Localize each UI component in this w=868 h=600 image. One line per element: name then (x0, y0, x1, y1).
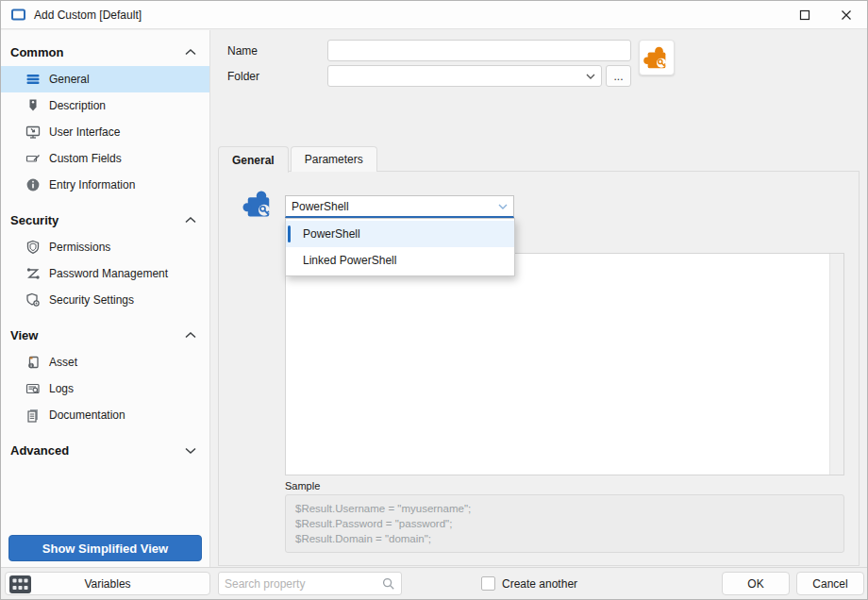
name-label: Name (227, 44, 258, 58)
sample-line: $Result.Password = "password"; (295, 516, 834, 531)
variables-label: Variables (84, 577, 130, 591)
cancel-button[interactable]: Cancel (796, 572, 864, 595)
sidebar-item-label: Permissions (49, 241, 110, 254)
section-header-view[interactable]: View (1, 321, 209, 349)
dropdown-option-powershell[interactable]: PowerShell (286, 221, 514, 247)
window-title: Add Custom [Default] (34, 8, 142, 22)
show-simplified-view-button[interactable]: Show Simplified View (8, 535, 202, 561)
type-combobox[interactable]: PowerShell (285, 195, 514, 218)
chevron-up-icon (185, 332, 196, 339)
close-icon (841, 9, 852, 21)
sidebar-item-label: Entry Information (49, 178, 135, 192)
maximize-icon (799, 9, 810, 21)
create-another-label: Create another (502, 568, 577, 600)
sidebar-section-advanced: Advanced (1, 436, 209, 464)
section-header-security[interactable]: Security (1, 206, 209, 234)
sidebar-item-logs[interactable]: Logs (1, 375, 209, 402)
variables-button[interactable]: Variables (5, 572, 210, 595)
chevron-down-icon (586, 74, 595, 79)
script-editor-container (285, 253, 844, 475)
chevron-up-icon (185, 217, 196, 224)
search-icon (382, 577, 395, 591)
close-button[interactable] (826, 1, 867, 28)
sample-label: Sample (285, 480, 320, 492)
section-label: Advanced (10, 443, 69, 458)
variables-grid-icon (9, 575, 31, 593)
create-another-checkbox[interactable] (481, 576, 495, 591)
shield-gear-icon (25, 292, 41, 308)
logs-icon (25, 381, 41, 396)
footer-bar: Variables Create another OK Cancel (1, 567, 867, 599)
search-property-box (218, 572, 402, 595)
sidebar-item-label: Logs (49, 382, 74, 395)
dropdown-option-linked-powershell[interactable]: Linked PowerShell (286, 247, 514, 274)
sidebar-item-documentation[interactable]: Documentation (1, 402, 209, 428)
sidebar: Common General Description (1, 30, 210, 569)
tab-label: General (232, 154, 275, 167)
option-label: PowerShell (303, 227, 360, 241)
sample-code-box: $Result.Username = "myusername"; $Result… (285, 494, 844, 553)
show-simplified-view-label: Show Simplified View (42, 542, 168, 556)
search-property-input[interactable] (225, 577, 382, 591)
sidebar-item-entry-information[interactable]: Entry Information (1, 172, 209, 198)
sidebar-item-password-management[interactable]: Password Management (1, 260, 209, 287)
info-icon (25, 177, 41, 192)
sidebar-item-general[interactable]: General (1, 66, 209, 92)
folder-browse-button[interactable]: ... (606, 65, 631, 87)
tag-icon (25, 98, 41, 113)
tab-general[interactable]: General (218, 146, 289, 173)
puzzle-key-icon-orange (643, 43, 671, 72)
section-label: View (10, 328, 38, 342)
sidebar-item-permissions[interactable]: Permissions (1, 234, 209, 260)
sample-line: $Result.Domain = "domain"; (295, 531, 834, 546)
chevron-up-icon (185, 49, 196, 56)
script-editor[interactable] (286, 254, 830, 475)
entry-type-tile[interactable] (639, 40, 675, 75)
sidebar-item-description[interactable]: Description (1, 92, 209, 119)
sample-line: $Result.Username = "myusername"; (295, 501, 834, 516)
chevron-down-icon (185, 447, 196, 454)
name-input[interactable] (327, 40, 631, 61)
sidebar-item-label: Asset (49, 356, 77, 369)
type-dropdown-list: PowerShell Linked PowerShell (285, 218, 515, 276)
tab-parameters[interactable]: Parameters (291, 146, 377, 172)
titlebar: Add Custom [Default] (1, 1, 867, 29)
password-path-icon (25, 266, 41, 281)
option-label: Linked PowerShell (303, 254, 396, 267)
type-combobox-value: PowerShell (292, 200, 349, 213)
sidebar-item-label: General (49, 73, 90, 86)
chevron-down-icon (498, 204, 508, 209)
sidebar-item-label: Password Management (49, 267, 168, 280)
maximize-button[interactable] (784, 1, 826, 28)
documents-icon (25, 408, 41, 423)
sidebar-item-label: User Interface (49, 125, 120, 139)
section-label: Security (10, 213, 58, 227)
folder-label: Folder (227, 70, 259, 83)
asset-icon (25, 355, 41, 370)
folder-combobox[interactable] (327, 65, 602, 87)
sidebar-item-label: Description (49, 99, 106, 112)
sidebar-item-asset[interactable]: Asset (1, 349, 209, 375)
sidebar-item-label: Security Settings (49, 293, 134, 307)
monitor-cursor-icon (25, 125, 41, 140)
tabbar: General Parameters (218, 146, 379, 172)
section-header-advanced[interactable]: Advanced (1, 436, 209, 464)
cancel-label: Cancel (812, 577, 847, 591)
sidebar-item-security-settings[interactable]: Security Settings (1, 287, 209, 313)
sidebar-item-label: Custom Fields (49, 152, 122, 165)
section-header-common[interactable]: Common (1, 38, 209, 66)
add-custom-dialog: Add Custom [Default] Common (0, 0, 868, 600)
sidebar-item-label: Documentation (49, 408, 125, 422)
section-label: Common (10, 45, 63, 59)
ok-label: OK (747, 577, 763, 591)
sidebar-section-common: Common General Description (1, 38, 209, 198)
sidebar-item-custom-fields[interactable]: Custom Fields (1, 145, 209, 172)
puzzle-key-icon-blue (242, 187, 275, 221)
window-app-icon (10, 7, 26, 23)
tab-label: Parameters (305, 153, 363, 166)
shield-icon (25, 240, 41, 255)
sidebar-item-user-interface[interactable]: User Interface (1, 119, 209, 145)
sidebar-section-view: View Asset Logs Do (1, 321, 209, 428)
ok-button[interactable]: OK (722, 572, 790, 595)
script-scrollbar[interactable] (829, 254, 843, 475)
